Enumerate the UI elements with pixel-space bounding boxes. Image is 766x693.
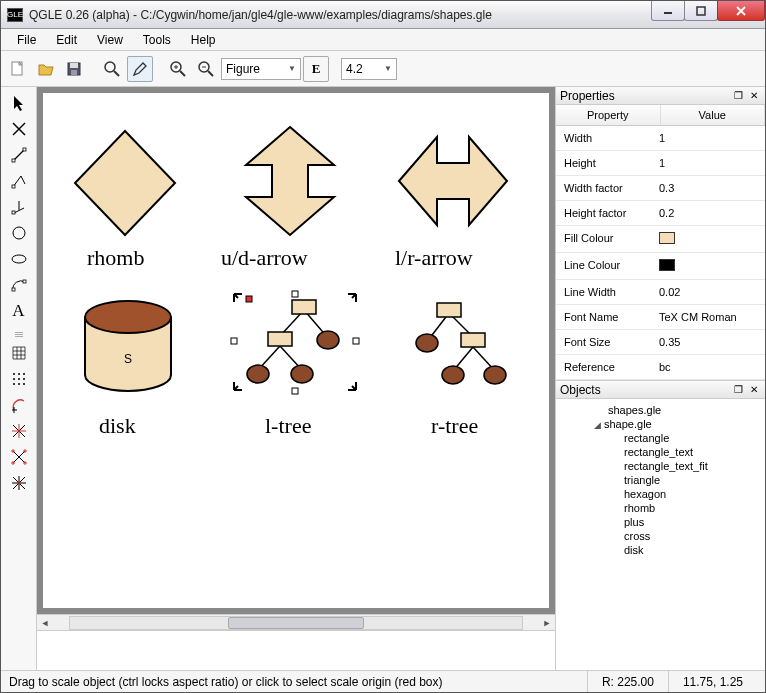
circle-tool[interactable] <box>6 221 32 245</box>
property-value[interactable]: 0.3 <box>651 176 765 200</box>
color-swatch[interactable] <box>659 232 675 244</box>
svg-marker-71 <box>75 131 175 235</box>
scroll-left-arrow[interactable]: ◄ <box>37 616 53 630</box>
header-property: Property <box>556 105 661 125</box>
figure-combo[interactable]: Figure▼ <box>221 58 301 80</box>
svg-point-29 <box>12 255 26 263</box>
menu-edit[interactable]: Edit <box>48 31 85 49</box>
close-panel-icon[interactable]: ✕ <box>747 383 761 397</box>
color-swatch[interactable] <box>659 259 675 271</box>
property-value[interactable]: 0.35 <box>651 330 765 354</box>
tree-item[interactable]: hexagon <box>556 487 765 501</box>
pointer-tool[interactable] <box>6 91 32 115</box>
disk-shape[interactable]: S <box>73 293 183 403</box>
scale-origin-handle[interactable] <box>246 296 252 302</box>
maximize-button[interactable] <box>684 1 718 21</box>
line-tool[interactable] <box>6 143 32 167</box>
snap-all-tool[interactable] <box>6 471 32 495</box>
property-row[interactable]: Line Width0.02 <box>556 280 765 305</box>
property-value[interactable] <box>651 253 765 279</box>
text-tool[interactable]: A <box>6 299 32 323</box>
property-key: Height <box>556 151 651 175</box>
svg-point-74 <box>85 301 171 333</box>
undock-icon[interactable]: ❐ <box>731 383 745 397</box>
zoom-combo[interactable]: 4.2▼ <box>341 58 397 80</box>
svg-line-11 <box>180 71 185 76</box>
svg-point-8 <box>105 62 115 72</box>
svg-rect-84 <box>292 291 298 297</box>
canvas-viewport[interactable]: rhomb u/d-arrow l/r-arrow S disk <box>37 87 555 614</box>
properties-header[interactable]: Properties ❐ ✕ <box>556 87 765 105</box>
property-value[interactable] <box>651 226 765 252</box>
lr-arrow-shape[interactable] <box>391 121 515 241</box>
menu-view[interactable]: View <box>89 31 131 49</box>
property-value[interactable]: 1 <box>651 151 765 175</box>
tree-item[interactable]: disk <box>556 543 765 557</box>
property-row[interactable]: Line Colour <box>556 253 765 280</box>
save-file-button[interactable] <box>61 56 87 82</box>
tree-item[interactable]: triangle <box>556 473 765 487</box>
tree-item[interactable]: rectangle <box>556 431 765 445</box>
tree-item[interactable]: ◢shape.gle <box>556 417 765 431</box>
rhomb-shape[interactable] <box>65 123 185 243</box>
close-button[interactable] <box>717 1 765 21</box>
close-panel-icon[interactable]: ✕ <box>747 89 761 103</box>
property-value[interactable]: 1 <box>651 126 765 150</box>
snap-endpoints-tool[interactable] <box>6 445 32 469</box>
snap-intersect-tool[interactable] <box>6 419 32 443</box>
zoom-in-button[interactable] <box>165 56 191 82</box>
ud-arrow-shape[interactable] <box>230 121 350 241</box>
tangent-tool[interactable] <box>6 169 32 193</box>
property-value[interactable]: TeX CM Roman <box>651 305 765 329</box>
tree-item[interactable]: rhomb <box>556 501 765 515</box>
property-row[interactable]: Referencebc <box>556 355 765 380</box>
undock-icon[interactable]: ❐ <box>731 89 745 103</box>
menu-tools[interactable]: Tools <box>135 31 179 49</box>
grid-tool[interactable] <box>6 341 32 365</box>
disk-label: disk <box>99 413 136 439</box>
expander-icon[interactable]: ◢ <box>594 420 604 430</box>
ellipse-tool[interactable] <box>6 247 32 271</box>
svg-point-81 <box>317 331 339 349</box>
scroll-right-arrow[interactable]: ► <box>539 616 555 630</box>
property-row[interactable]: Width factor0.3 <box>556 176 765 201</box>
tree-item[interactable]: rectangle_text_fit <box>556 459 765 473</box>
new-file-button[interactable] <box>5 56 31 82</box>
horizontal-scrollbar[interactable]: ◄ ► <box>37 614 555 630</box>
ltree-shape[interactable] <box>228 288 368 408</box>
edit-tool-button[interactable] <box>127 56 153 82</box>
scroll-thumb[interactable] <box>228 617 364 629</box>
objects-header[interactable]: Objects ❐ ✕ <box>556 381 765 399</box>
page[interactable]: rhomb u/d-arrow l/r-arrow S disk <box>43 93 549 608</box>
objects-tree[interactable]: shapes.gle◢shape.glerectanglerectangle_t… <box>556 399 765 670</box>
svg-rect-80 <box>268 332 292 346</box>
delete-tool[interactable] <box>6 117 32 141</box>
scroll-track[interactable] <box>69 616 523 630</box>
property-row[interactable]: Height1 <box>556 151 765 176</box>
menu-help[interactable]: Help <box>183 31 224 49</box>
svg-point-96 <box>484 366 506 384</box>
property-value[interactable]: 0.02 <box>651 280 765 304</box>
property-row[interactable]: Height factor0.2 <box>556 201 765 226</box>
rtree-shape[interactable] <box>403 293 523 403</box>
open-file-button[interactable] <box>33 56 59 82</box>
tree-item[interactable]: cross <box>556 529 765 543</box>
property-row[interactable]: Width1 <box>556 126 765 151</box>
tree-item[interactable]: shapes.gle <box>556 403 765 417</box>
zoom-tool-button[interactable] <box>99 56 125 82</box>
arc-tool[interactable] <box>6 273 32 297</box>
e-mode-button[interactable]: E <box>303 56 329 82</box>
perpendicular-tool[interactable] <box>6 195 32 219</box>
property-row[interactable]: Font NameTeX CM Roman <box>556 305 765 330</box>
tree-item[interactable]: plus <box>556 515 765 529</box>
tree-item[interactable]: rectangle_text <box>556 445 765 459</box>
zoom-out-button[interactable] <box>193 56 219 82</box>
minimize-button[interactable] <box>651 1 685 21</box>
property-row[interactable]: Font Size0.35 <box>556 330 765 355</box>
property-row[interactable]: Fill Colour <box>556 226 765 253</box>
osnap-curve-tool[interactable] <box>6 393 32 417</box>
property-value[interactable]: 0.2 <box>651 201 765 225</box>
property-value[interactable]: bc <box>651 355 765 379</box>
snap-grid-tool[interactable] <box>6 367 32 391</box>
menu-file[interactable]: File <box>9 31 44 49</box>
